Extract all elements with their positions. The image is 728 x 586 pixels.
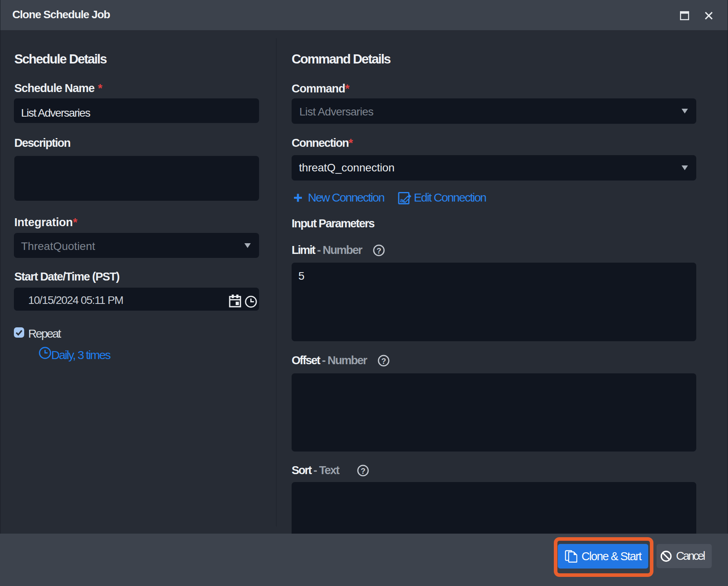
svg-text:?: ? [381, 357, 386, 365]
svg-text:?: ? [361, 467, 365, 475]
svg-text:?: ? [376, 246, 381, 255]
svg-text:a: a [400, 197, 403, 204]
